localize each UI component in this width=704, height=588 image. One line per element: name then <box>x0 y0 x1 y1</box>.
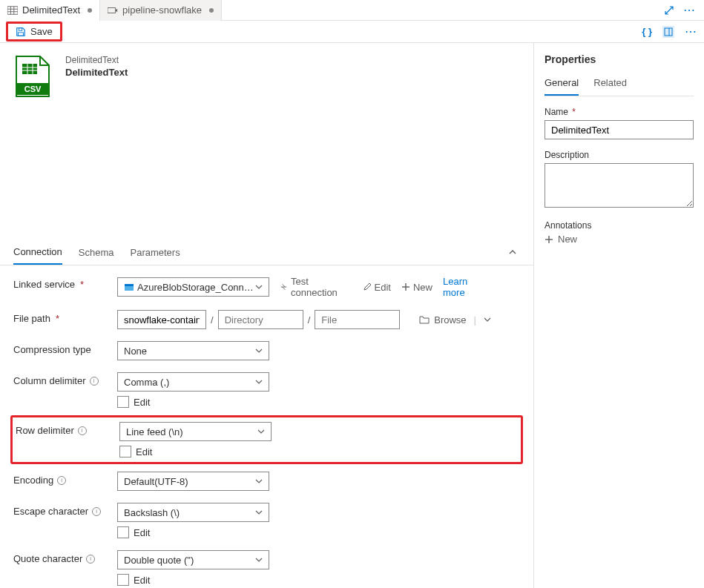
tab-schema[interactable]: Schema <box>79 240 114 264</box>
csv-file-icon: CSV <box>13 55 52 98</box>
save-button[interactable]: Save <box>6 22 62 42</box>
collapse-panel-button[interactable] <box>505 240 520 264</box>
info-icon[interactable]: i <box>57 476 66 485</box>
linked-service-label: Linked service <box>13 279 75 290</box>
row-delimiter-edit-checkbox[interactable] <box>119 446 131 457</box>
chevron-down-icon <box>255 478 263 485</box>
required-indicator: * <box>570 107 576 117</box>
svg-rect-0 <box>7 6 18 14</box>
test-connection-button[interactable]: Test connection <box>280 276 352 298</box>
more-actions-icon[interactable]: ⋯ <box>685 24 698 39</box>
description-label: Description <box>545 150 694 160</box>
svg-rect-18 <box>125 284 134 286</box>
file-path-directory-input[interactable] <box>218 310 303 329</box>
name-input[interactable] <box>545 120 694 139</box>
dataset-type-label: DelimitedText <box>65 55 128 65</box>
row-delimiter-select[interactable]: Line feed (\n) <box>119 422 272 441</box>
svg-rect-7 <box>19 32 24 35</box>
info-icon[interactable]: i <box>86 555 95 564</box>
svg-rect-8 <box>665 28 672 36</box>
tab-label: DelimitedText <box>22 4 80 16</box>
browse-dropdown[interactable] <box>484 316 491 323</box>
compression-select[interactable]: None <box>117 341 269 360</box>
folder-icon <box>419 315 430 324</box>
dataset-name: DelimitedText <box>65 67 128 78</box>
dirty-indicator-icon <box>88 8 92 13</box>
svg-text:CSV: CSV <box>24 85 42 93</box>
add-annotation-button[interactable]: New <box>545 234 694 245</box>
description-textarea[interactable] <box>545 163 694 208</box>
tab-label: pipeline-snowflake <box>122 4 202 16</box>
code-view-button[interactable]: { } <box>642 26 652 37</box>
column-delimiter-select[interactable]: Comma (,) <box>117 372 269 392</box>
required-indicator: * <box>80 279 84 290</box>
browse-button[interactable]: Browse <box>434 314 466 326</box>
more-actions-icon[interactable]: ⋯ <box>683 3 697 17</box>
compression-label: Compression type <box>13 344 91 355</box>
chevron-down-icon <box>255 283 263 291</box>
edit-linked-service-button[interactable]: Edit <box>363 282 391 293</box>
encoding-label: Encoding <box>13 475 53 486</box>
info-icon[interactable]: i <box>92 507 101 516</box>
chevron-down-icon <box>255 556 263 564</box>
path-separator: / <box>308 314 311 326</box>
save-label: Save <box>30 26 53 37</box>
column-delimiter-edit-checkbox[interactable] <box>117 396 129 408</box>
dataset-icon <box>7 6 18 15</box>
path-separator: / <box>211 314 214 326</box>
pipeline-icon <box>108 6 118 15</box>
editor-tab-pipeline-snowflake[interactable]: pipeline-snowflake <box>100 0 222 21</box>
file-path-label: File path <box>13 313 50 324</box>
row-delimiter-label: Row delimiter <box>16 425 74 436</box>
quote-character-label: Quote character <box>13 553 82 564</box>
chevron-down-icon <box>257 428 265 435</box>
tab-parameters[interactable]: Parameters <box>130 240 180 264</box>
properties-title: Properties <box>545 53 694 65</box>
name-label: Name <box>545 107 568 117</box>
escape-character-select[interactable]: Backslash (\) <box>117 503 269 522</box>
svg-rect-5 <box>108 7 116 13</box>
column-delimiter-label: Column delimiter <box>13 375 86 386</box>
quote-character-select[interactable]: Double quote (") <box>117 550 269 569</box>
escape-edit-checkbox[interactable] <box>117 526 129 538</box>
blob-storage-icon <box>124 282 134 292</box>
annotations-label: Annotations <box>545 220 694 231</box>
linked-service-select[interactable]: AzureBlobStorage_Connection <box>117 277 269 297</box>
info-icon[interactable]: i <box>90 377 99 386</box>
properties-tab-general[interactable]: General <box>545 73 579 96</box>
properties-tab-related[interactable]: Related <box>593 73 627 96</box>
dirty-indicator-icon <box>209 8 214 13</box>
expand-icon[interactable] <box>664 5 674 16</box>
encoding-select[interactable]: Default(UTF-8) <box>117 472 269 491</box>
required-indicator: * <box>56 313 59 324</box>
properties-toggle-button[interactable] <box>662 26 674 38</box>
chevron-down-icon <box>255 347 263 354</box>
editor-tab-delimitedtext[interactable]: DelimitedText <box>0 0 100 21</box>
info-icon[interactable]: i <box>78 426 87 435</box>
chevron-down-icon <box>255 378 263 386</box>
quote-edit-checkbox[interactable] <box>117 574 129 586</box>
learn-more-link[interactable]: Learn more <box>443 276 488 298</box>
file-path-container-input[interactable] <box>117 310 206 329</box>
escape-character-label: Escape character <box>13 506 88 517</box>
tab-connection[interactable]: Connection <box>13 239 62 265</box>
chevron-down-icon <box>255 509 263 516</box>
svg-rect-10 <box>22 64 37 74</box>
file-path-file-input[interactable] <box>315 310 400 329</box>
new-linked-service-button[interactable]: New <box>401 282 432 293</box>
